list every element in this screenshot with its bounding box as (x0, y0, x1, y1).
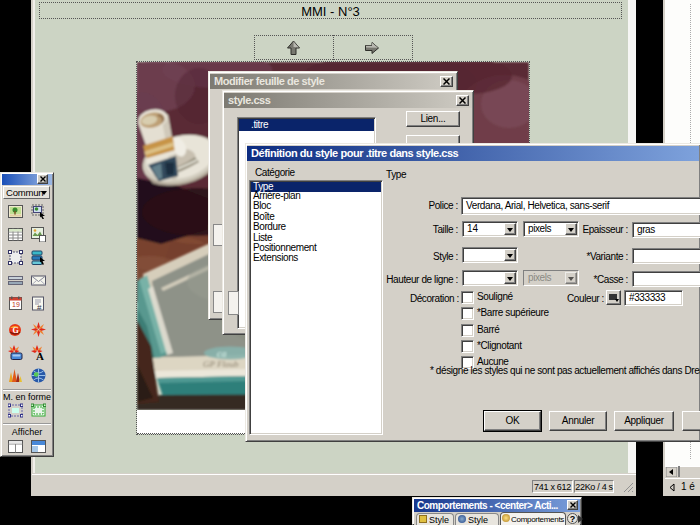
svg-text:ca: ca (217, 348, 226, 359)
svg-text:GP Flaub: GP Flaub (203, 359, 239, 369)
svg-text:G: G (13, 326, 19, 335)
svg-text:A: A (36, 350, 44, 361)
svg-text:19: 19 (12, 301, 20, 308)
svg-text:#: # (37, 303, 42, 311)
